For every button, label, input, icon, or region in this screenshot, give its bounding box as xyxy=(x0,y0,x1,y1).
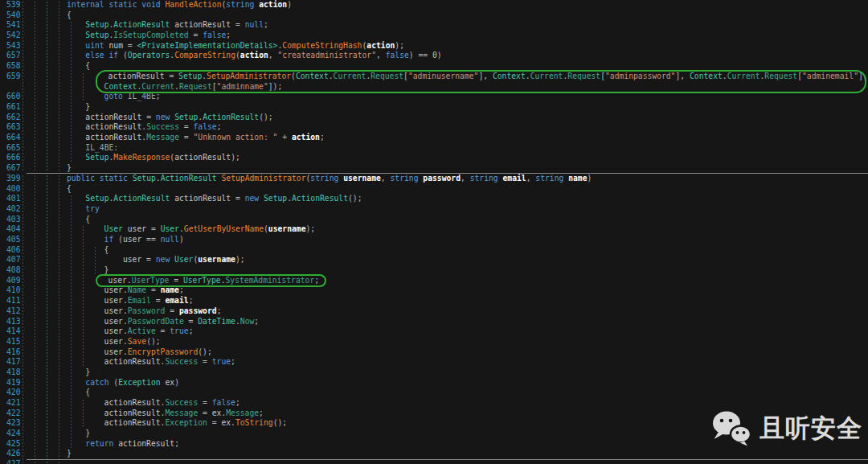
code-token: Request xyxy=(371,72,403,80)
code-token: ex xyxy=(165,378,174,387)
code-token: = xyxy=(198,357,212,366)
code-line[interactable]: 421actionResult.Success = false; xyxy=(0,398,868,409)
code-line[interactable]: 401Setup.ActionResult actionResult = new… xyxy=(0,194,868,204)
code-line[interactable]: 415user.Save(); xyxy=(0,337,868,347)
code-token: ex xyxy=(212,409,222,417)
code-token: Setup xyxy=(133,174,156,183)
code-token: , xyxy=(526,174,536,183)
code-token: ); xyxy=(235,255,245,264)
code-line[interactable]: 411user.Email = email; xyxy=(0,296,868,306)
code-line[interactable]: 663actionResult.Success = false; xyxy=(0,122,868,133)
code-token: ], xyxy=(858,72,868,80)
code-line[interactable]: 540{ xyxy=(0,10,868,21)
code-line[interactable]: 417actionResult.Success = true; xyxy=(0,357,868,368)
code-line[interactable]: 658{ xyxy=(0,61,868,72)
code-text: User user = User.GetUserByUserName(usern… xyxy=(104,224,316,235)
code-text: actionResult = Setup.SetupAdministrator(… xyxy=(108,72,868,82)
code-token: ); xyxy=(305,224,315,233)
line-number: 406 xyxy=(6,245,21,256)
code-token: return xyxy=(85,439,118,448)
code-token: actionResult xyxy=(85,133,141,142)
code-line[interactable]: 427 xyxy=(0,459,868,464)
code-token: ; xyxy=(156,92,161,101)
code-line[interactable]: 402try xyxy=(0,204,868,215)
code-editor[interactable]: 539internal static void HandleAction(str… xyxy=(0,0,868,464)
code-token: ; xyxy=(174,439,179,448)
code-line[interactable]: 408} xyxy=(0,265,868,276)
code-token: username xyxy=(268,224,306,233)
code-line[interactable]: 416user.EncryptPassword(); xyxy=(0,347,868,358)
code-line[interactable]: 407user = new User(username); xyxy=(0,255,868,265)
code-line[interactable]: 414user.Active = true; xyxy=(0,326,868,337)
code-line[interactable]: 661} xyxy=(0,102,868,113)
code-token: Current xyxy=(334,72,366,80)
line-number: 409 xyxy=(6,276,21,286)
code-token: Current xyxy=(727,72,760,80)
code-token: actionResult xyxy=(174,194,231,203)
code-token: (); xyxy=(259,113,273,121)
code-token: Save xyxy=(128,337,146,346)
code-token: + xyxy=(277,133,292,142)
code-line[interactable]: 539internal static void HandleAction(str… xyxy=(0,0,868,10)
code-line[interactable]: 542Setup.IsSetupCompleted = false; xyxy=(0,31,868,41)
code-token: new xyxy=(156,255,174,264)
code-line[interactable]: 410user.Name = name; xyxy=(0,285,868,296)
code-text: user.UserType = UserType.SystemAdministr… xyxy=(108,276,320,286)
code-line[interactable]: 409user.UserType = UserType.SystemAdmini… xyxy=(0,276,868,286)
code-token: = xyxy=(198,398,212,407)
code-token: ; xyxy=(189,326,194,335)
line-number: 667 xyxy=(6,163,21,174)
code-line[interactable]: 667} xyxy=(0,163,868,174)
code-token: true xyxy=(170,326,188,335)
line-number: 661 xyxy=(6,102,21,113)
code-token: SystemAdministrator xyxy=(225,276,314,285)
code-token: Exception xyxy=(118,378,161,387)
code-token: ; xyxy=(254,317,259,326)
code-token: User xyxy=(104,224,123,233)
code-token: user xyxy=(108,276,127,285)
code-token: ) == xyxy=(409,51,432,60)
code-line[interactable]: 400{ xyxy=(0,184,868,195)
line-number: 422 xyxy=(6,409,21,419)
code-token: Request xyxy=(567,72,600,80)
code-text: else if (Operators.CompareString(action,… xyxy=(85,51,441,61)
code-token: CompareString xyxy=(174,51,235,60)
code-line[interactable]: 418} xyxy=(0,368,868,378)
code-line[interactable]: 419catch (Exception ex) xyxy=(0,378,868,388)
code-line[interactable]: 406{ xyxy=(0,245,868,256)
code-line[interactable]: 662actionResult = new Setup.ActionResult… xyxy=(0,113,868,123)
code-line[interactable]: 405if (user == null) xyxy=(0,235,868,245)
code-line[interactable]: 660goto IL_4BE; xyxy=(0,92,868,102)
code-line[interactable]: 666Setup.MakeResponse(actionResult); xyxy=(0,153,868,163)
code-token: Message xyxy=(165,409,198,417)
code-text: { xyxy=(85,61,90,72)
code-line[interactable]: 412user.Password = password; xyxy=(0,306,868,317)
code-token: action xyxy=(366,41,395,50)
code-token: password xyxy=(423,174,461,183)
code-line[interactable]: 404User user = User.GetUserByUserName(us… xyxy=(0,224,868,235)
code-line[interactable]: 659actionResult = Setup.SetupAdministrat… xyxy=(0,72,868,82)
code-line[interactable]: 543uint num = <PrivateImplementationDeta… xyxy=(0,41,868,51)
handle-action-method: 539internal static void HandleAction(str… xyxy=(0,0,868,174)
code-line[interactable]: Context.Current.Request["adminname"]); xyxy=(0,82,868,92)
code-line[interactable]: 657else if (Operators.CompareString(acti… xyxy=(0,51,868,61)
code-token: false xyxy=(193,122,216,131)
code-line[interactable]: 403{ xyxy=(0,215,868,225)
code-line[interactable]: 665IL_4BE: xyxy=(0,143,868,154)
code-token: = xyxy=(151,296,166,305)
code-text: actionResult.Exception = ex.ToString(); xyxy=(104,418,288,429)
code-line[interactable]: 413user.PasswordDate = DateTime.Now; xyxy=(0,317,868,327)
code-line[interactable]: 426} xyxy=(0,449,868,459)
code-token: ; xyxy=(231,357,235,366)
line-number: 399 xyxy=(6,174,21,184)
code-line[interactable]: 420{ xyxy=(0,388,868,398)
code-token: false xyxy=(212,398,235,407)
line-number: 541 xyxy=(6,20,21,31)
code-line[interactable]: 541Setup.ActionResult actionResult = nul… xyxy=(0,20,868,31)
code-token: Message xyxy=(146,133,179,142)
code-token: user xyxy=(104,306,123,315)
code-line[interactable]: 399public static Setup.ActionResult Setu… xyxy=(0,174,868,184)
code-line[interactable]: 664actionResult.Message = "Unknown actio… xyxy=(0,133,868,143)
code-token: "adminemail" xyxy=(802,72,858,80)
code-token: ]); xyxy=(268,82,283,91)
